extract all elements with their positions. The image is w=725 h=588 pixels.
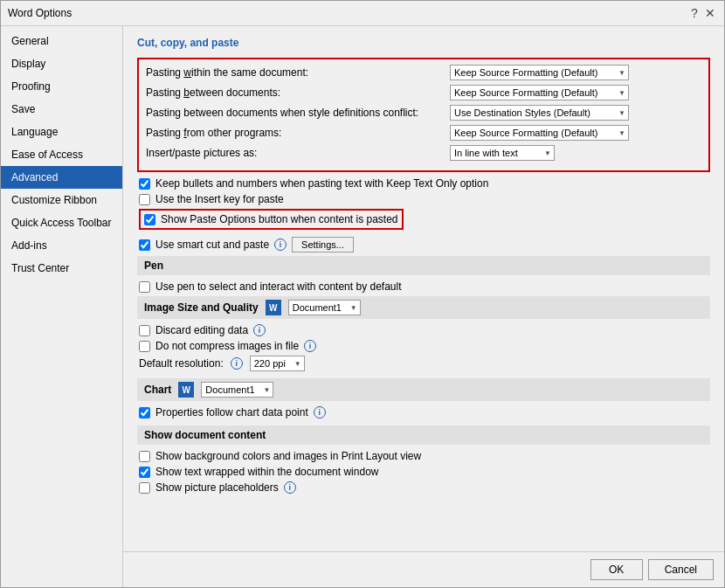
show-paste-options-highlighted: Show Paste Options button when content i… bbox=[139, 209, 404, 230]
word-options-window: Word Options ? ✕ General Display Proofin… bbox=[0, 0, 725, 588]
pasting-between-docs-label: Pasting between documents: bbox=[146, 86, 443, 99]
sidebar-item-display[interactable]: Display bbox=[1, 52, 122, 75]
close-button[interactable]: ✕ bbox=[703, 6, 717, 20]
scroll-area[interactable]: Cut, copy, and paste Pasting within the … bbox=[123, 26, 724, 551]
show-background-checkbox[interactable] bbox=[139, 451, 150, 462]
discard-editing-label: Discard editing data bbox=[155, 324, 248, 336]
use-pen-row: Use pen to select and interact with cont… bbox=[137, 280, 710, 293]
sidebar-item-add-ins[interactable]: Add-ins bbox=[1, 234, 122, 257]
footer: OK Cancel bbox=[123, 551, 724, 587]
section-show-doc-content: Show document content bbox=[137, 425, 710, 445]
smart-cut-row: Use smart cut and paste i Settings... bbox=[137, 237, 710, 252]
ok-button[interactable]: OK bbox=[590, 559, 643, 580]
sidebar-item-advanced[interactable]: Advanced bbox=[1, 166, 122, 189]
pasting-between-docs-select[interactable]: Keep Source Formatting (Default) Use Des… bbox=[450, 85, 629, 100]
discard-editing-checkbox[interactable] bbox=[139, 325, 150, 336]
resolution-select[interactable]: 96 ppi 150 ppi 220 ppi 330 ppi bbox=[250, 356, 305, 371]
show-text-wrapped-label: Show text wrapped within the document wi… bbox=[155, 466, 378, 478]
show-text-wrapped-checkbox[interactable] bbox=[139, 467, 150, 478]
sidebar-item-proofing[interactable]: Proofing bbox=[1, 75, 122, 98]
resolution-select-wrapper: 96 ppi 150 ppi 220 ppi 330 ppi bbox=[250, 356, 305, 371]
show-picture-placeholders-label: Show picture placeholders bbox=[155, 481, 279, 494]
sidebar-item-customize-ribbon[interactable]: Customize Ribbon bbox=[1, 189, 122, 211]
show-background-label: Show background colors and images in Pri… bbox=[155, 450, 421, 462]
smart-cut-checkbox[interactable] bbox=[139, 239, 150, 251]
use-insert-key-label: Use the Insert key for paste bbox=[155, 193, 284, 205]
properties-follow-checkbox[interactable] bbox=[139, 407, 150, 419]
show-picture-placeholders-row: Show picture placeholders i bbox=[137, 481, 710, 494]
smart-cut-info-icon[interactable]: i bbox=[274, 239, 287, 251]
placeholders-info-icon[interactable]: i bbox=[284, 481, 296, 494]
show-paste-options-label: Show Paste Options button when content i… bbox=[161, 213, 398, 225]
properties-follow-label: Properties follow chart data point bbox=[155, 406, 308, 419]
use-insert-key-row: Use the Insert key for paste bbox=[137, 193, 710, 205]
chart-title: Chart bbox=[144, 384, 171, 396]
pasting-between-docs-select-wrapper: Keep Source Formatting (Default) Use Des… bbox=[450, 85, 629, 100]
properties-follow-row: Properties follow chart data point i bbox=[137, 406, 710, 419]
no-compress-info-icon[interactable]: i bbox=[304, 340, 316, 352]
sidebar-item-language[interactable]: Language bbox=[1, 121, 122, 143]
show-background-row: Show background colors and images in Pri… bbox=[137, 450, 710, 462]
discard-editing-row: Discard editing data i bbox=[137, 324, 710, 336]
chart-doc-select[interactable]: Document1 bbox=[201, 382, 273, 398]
cancel-button[interactable]: Cancel bbox=[648, 559, 714, 580]
section-image-size: Image Size and Quality W Document1 bbox=[137, 296, 710, 319]
show-text-wrapped-row: Show text wrapped within the document wi… bbox=[137, 466, 710, 478]
insert-paste-pictures-select-wrapper: In line with text Square Tight Through T… bbox=[450, 145, 555, 161]
doc-icon-chart: W bbox=[178, 382, 194, 398]
image-size-title: Image Size and Quality bbox=[144, 301, 259, 314]
pasting-other-programs-select-wrapper: Keep Source Formatting (Default) Use Des… bbox=[450, 125, 629, 141]
image-doc-select-wrapper: Document1 bbox=[288, 300, 361, 315]
section-chart: Chart W Document1 bbox=[137, 378, 710, 401]
settings-button[interactable]: Settings... bbox=[292, 237, 354, 252]
keep-bullets-checkbox[interactable] bbox=[139, 178, 150, 190]
title-bar: Word Options ? ✕ bbox=[1, 1, 724, 26]
properties-info-icon[interactable]: i bbox=[314, 406, 326, 419]
show-paste-highlighted-container: Show Paste Options button when content i… bbox=[139, 209, 710, 233]
sidebar-item-trust-center[interactable]: Trust Center bbox=[1, 257, 122, 280]
use-pen-checkbox[interactable] bbox=[139, 281, 150, 293]
resolution-info-icon[interactable]: i bbox=[231, 357, 243, 370]
pasting-same-doc-select[interactable]: Keep Source Formatting (Default) Use Des… bbox=[450, 65, 629, 80]
keep-bullets-row: Keep bullets and numbers when pasting te… bbox=[137, 177, 710, 190]
chart-doc-select-wrapper: Document1 bbox=[201, 382, 273, 398]
pasting-other-programs-select[interactable]: Keep Source Formatting (Default) Use Des… bbox=[450, 125, 629, 141]
pasting-other-programs-label: Pasting from other programs: bbox=[146, 127, 443, 139]
no-compress-row: Do not compress images in file i bbox=[137, 340, 710, 352]
default-resolution-row: Default resolution: i 96 ppi 150 ppi 220… bbox=[139, 356, 710, 371]
no-compress-checkbox[interactable] bbox=[139, 341, 150, 352]
help-button[interactable]: ? bbox=[687, 6, 701, 20]
pasting-same-doc-row: Pasting within the same document: Keep S… bbox=[146, 65, 701, 80]
section-cut-copy-paste: Cut, copy, and paste bbox=[137, 37, 710, 51]
no-compress-label: Do not compress images in file bbox=[155, 340, 299, 352]
paste-options-box: Pasting within the same document: Keep S… bbox=[137, 58, 710, 172]
show-picture-placeholders-checkbox[interactable] bbox=[139, 482, 150, 494]
window-title: Word Options bbox=[8, 7, 72, 19]
pasting-between-docs-row: Pasting between documents: Keep Source F… bbox=[146, 85, 701, 100]
sidebar: General Display Proofing Save Language E… bbox=[1, 26, 123, 587]
sidebar-item-quick-access-toolbar[interactable]: Quick Access Toolbar bbox=[1, 211, 122, 234]
image-doc-select[interactable]: Document1 bbox=[288, 300, 361, 315]
use-insert-key-checkbox[interactable] bbox=[139, 194, 150, 205]
title-bar-left: Word Options bbox=[8, 7, 72, 19]
use-pen-label: Use pen to select and interact with cont… bbox=[155, 280, 402, 293]
discard-editing-info-icon[interactable]: i bbox=[253, 324, 266, 336]
sidebar-item-ease-of-access[interactable]: Ease of Access bbox=[1, 143, 122, 166]
content-area: General Display Proofing Save Language E… bbox=[1, 26, 724, 587]
title-bar-controls: ? ✕ bbox=[687, 6, 717, 20]
pasting-conflict-label: Pasting between documents when style def… bbox=[146, 107, 443, 119]
pasting-same-doc-label: Pasting within the same document: bbox=[146, 66, 443, 79]
pasting-same-doc-select-wrapper: Keep Source Formatting (Default) Use Des… bbox=[450, 65, 629, 80]
sidebar-item-save[interactable]: Save bbox=[1, 98, 122, 121]
show-paste-options-checkbox[interactable] bbox=[144, 214, 155, 225]
pasting-conflict-row: Pasting between documents when style def… bbox=[146, 105, 701, 121]
default-resolution-label: Default resolution: bbox=[139, 357, 224, 370]
pasting-other-programs-row: Pasting from other programs: Keep Source… bbox=[146, 125, 701, 141]
insert-paste-pictures-select[interactable]: In line with text Square Tight Through T… bbox=[450, 145, 555, 161]
sidebar-item-general[interactable]: General bbox=[1, 30, 122, 52]
pasting-conflict-select[interactable]: Use Destination Styles (Default) Keep So… bbox=[450, 105, 629, 121]
section-pen: Pen bbox=[137, 256, 710, 275]
smart-cut-label: Use smart cut and paste bbox=[155, 239, 269, 251]
insert-paste-pictures-row: Insert/paste pictures as: In line with t… bbox=[146, 145, 701, 161]
pasting-conflict-select-wrapper: Use Destination Styles (Default) Keep So… bbox=[450, 105, 629, 121]
